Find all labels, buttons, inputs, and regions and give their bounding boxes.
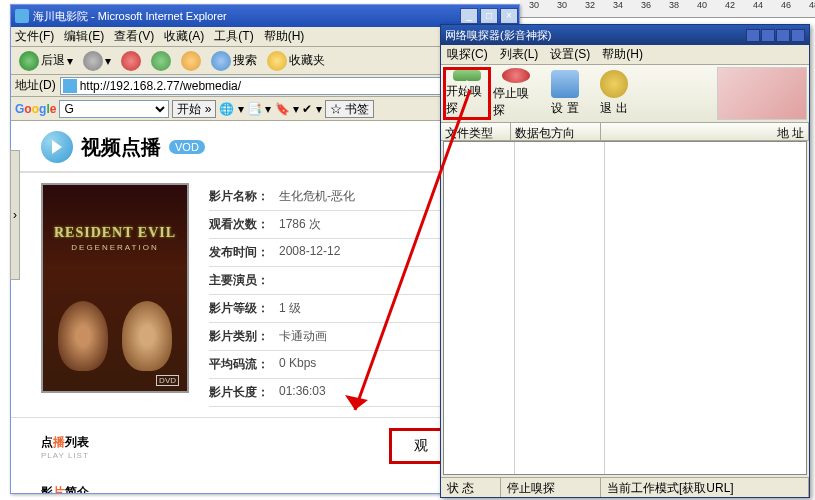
home-icon bbox=[181, 51, 201, 71]
sniffer-close-button[interactable] bbox=[791, 29, 805, 42]
sniffer-max-button[interactable] bbox=[761, 29, 775, 42]
status-state: 停止嗅探 bbox=[501, 478, 601, 497]
google-logo-icon: Google bbox=[15, 101, 56, 116]
detail-value: 生化危机-恶化 bbox=[279, 188, 355, 205]
sniffer-menu-settings[interactable]: 设置(S) bbox=[550, 46, 590, 63]
back-icon bbox=[19, 51, 39, 71]
sniffer-menu-list[interactable]: 列表(L) bbox=[500, 46, 539, 63]
ie-title: 海川电影院 - Microsoft Internet Explorer bbox=[33, 9, 459, 24]
google-icons[interactable]: 🌐 ▾ 📑 ▾ 🔖 ▾ ✔ ▾ bbox=[219, 102, 321, 116]
detail-value: 2008-12-12 bbox=[279, 244, 340, 261]
col-direction[interactable]: 数据包方向 bbox=[511, 123, 601, 140]
forward-icon bbox=[83, 51, 103, 71]
record-icon bbox=[502, 68, 530, 83]
menu-view[interactable]: 查看(V) bbox=[114, 28, 154, 45]
back-button[interactable]: 后退 ▾ bbox=[15, 49, 77, 73]
status-mode: 当前工作模式[获取URL] bbox=[601, 478, 809, 497]
exit-button[interactable]: 退 出 bbox=[590, 67, 638, 120]
detail-label: 影片长度： bbox=[209, 384, 279, 401]
refresh-icon bbox=[151, 51, 171, 71]
google-search-input[interactable]: G bbox=[59, 100, 169, 118]
refresh-button[interactable] bbox=[147, 49, 175, 73]
stop-icon bbox=[121, 51, 141, 71]
status-label: 状 态 bbox=[441, 478, 501, 497]
detail-label: 平均码流： bbox=[209, 356, 279, 373]
detail-label: 影片等级： bbox=[209, 300, 279, 317]
sniffer-menu-bar: 嗅探(C) 列表(L) 设置(S) 帮助(H) bbox=[441, 45, 809, 65]
sniffer-window: 网络嗅探器(影音神探) 嗅探(C) 列表(L) 设置(S) 帮助(H) 开始嗅探… bbox=[440, 24, 810, 498]
menu-favorites[interactable]: 收藏(A) bbox=[164, 28, 204, 45]
search-icon bbox=[211, 51, 231, 71]
movie-poster: RESIDENT EVIL DEGENERATION DVD bbox=[41, 183, 189, 393]
ie-favicon-icon bbox=[15, 9, 29, 23]
toolbar-thumbnail bbox=[717, 67, 807, 120]
maximize-button[interactable]: □ bbox=[480, 8, 498, 24]
vod-badge: VOD bbox=[169, 140, 205, 154]
detail-value: 1 级 bbox=[279, 300, 301, 317]
settings-button[interactable]: 设 置 bbox=[541, 67, 589, 120]
menu-help[interactable]: 帮助(H) bbox=[264, 28, 305, 45]
star-icon bbox=[267, 51, 287, 71]
sniffer-columns: 文件类型 数据包方向 地 址 bbox=[441, 123, 809, 141]
search-button[interactable]: 搜索 bbox=[207, 49, 261, 73]
sniffer-status-bar: 状 态 停止嗅探 当前工作模式[获取URL] bbox=[441, 477, 809, 497]
page-icon bbox=[63, 79, 77, 93]
stop-sniff-button[interactable]: 停止嗅探 bbox=[492, 67, 540, 120]
stop-button[interactable] bbox=[117, 49, 145, 73]
forward-button[interactable]: ▾ bbox=[79, 49, 115, 73]
detail-label: 影片类别： bbox=[209, 328, 279, 345]
settings-icon bbox=[551, 70, 579, 98]
sniffer-menu-help[interactable]: 帮助(H) bbox=[602, 46, 643, 63]
google-bookmark-button[interactable]: ☆ 书签 bbox=[325, 100, 374, 118]
sniffer-min-button[interactable] bbox=[746, 29, 760, 42]
ruler: 3030323436384042444648 bbox=[520, 0, 815, 18]
col-address[interactable]: 地 址 bbox=[601, 123, 809, 140]
playlist-heading: 点播列表 PLAY LIST bbox=[41, 433, 89, 460]
start-sniff-button[interactable]: 开始嗅探 bbox=[443, 67, 491, 120]
detail-label: 发布时间： bbox=[209, 244, 279, 261]
address-label: 地址(D) bbox=[15, 77, 56, 94]
sniffer-help-button[interactable] bbox=[776, 29, 790, 42]
menu-file[interactable]: 文件(F) bbox=[15, 28, 54, 45]
detail-label: 观看次数： bbox=[209, 216, 279, 233]
favorites-button[interactable]: 收藏夹 bbox=[263, 49, 329, 73]
sniffer-grid[interactable] bbox=[443, 141, 807, 475]
home-button[interactable] bbox=[177, 49, 205, 73]
sniffer-toolbar: 开始嗅探 停止嗅探 设 置 退 出 bbox=[441, 65, 809, 123]
detail-value: 1786 次 bbox=[279, 216, 321, 233]
download-icon bbox=[453, 70, 481, 81]
detail-value: 卡通动画 bbox=[279, 328, 327, 345]
play-icon bbox=[41, 131, 73, 163]
menu-edit[interactable]: 编辑(E) bbox=[64, 28, 104, 45]
close-button[interactable]: × bbox=[500, 8, 518, 24]
detail-value: 01:36:03 bbox=[279, 384, 326, 401]
sidebar-expand-handle[interactable]: › bbox=[10, 150, 20, 280]
col-filetype[interactable]: 文件类型 bbox=[441, 123, 511, 140]
menu-tools[interactable]: 工具(T) bbox=[214, 28, 253, 45]
exit-icon bbox=[600, 70, 628, 98]
detail-label: 影片名称： bbox=[209, 188, 279, 205]
detail-value: 0 Kbps bbox=[279, 356, 316, 373]
vod-title: 视频点播 bbox=[81, 134, 161, 161]
minimize-button[interactable]: _ bbox=[460, 8, 478, 24]
sniffer-menu-sniff[interactable]: 嗅探(C) bbox=[447, 46, 488, 63]
detail-label: 主要演员： bbox=[209, 272, 279, 289]
google-go-button[interactable]: 开始 » bbox=[172, 100, 216, 118]
window-buttons: _ □ × bbox=[459, 6, 519, 26]
sniffer-title-bar[interactable]: 网络嗅探器(影音神探) bbox=[441, 25, 809, 45]
